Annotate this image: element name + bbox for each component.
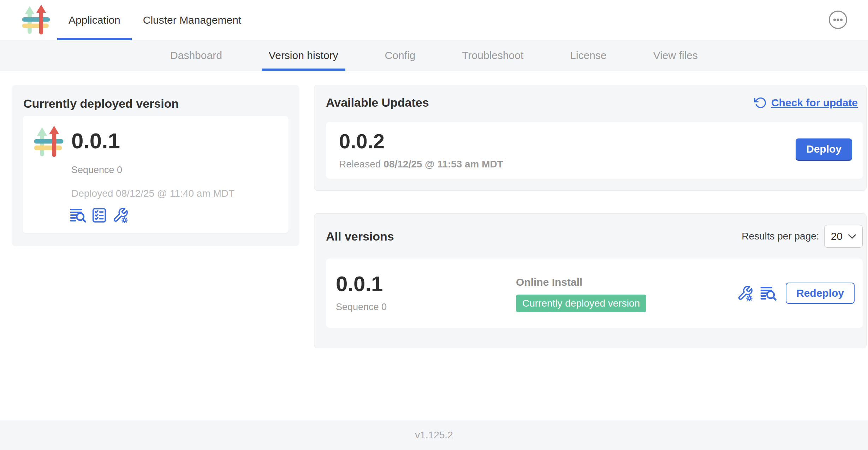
subnav-label: Dashboard [170, 49, 222, 61]
all-versions-title: All versions [326, 230, 394, 243]
released-label: Released [339, 159, 381, 170]
config-button[interactable] [112, 207, 129, 223]
subnav-label: View files [653, 49, 698, 61]
ellipsis-menu-icon [828, 10, 848, 29]
tab-cluster-management-label: Cluster Management [143, 14, 241, 26]
refresh-icon [754, 96, 767, 109]
subnav-item-version-history[interactable]: Version history [262, 40, 345, 71]
currently-deployed-panel: Currently deployed version 0.0.1 Sequenc… [12, 85, 299, 246]
top-nav: Application Cluster Management [0, 0, 868, 40]
subnav-item-troubleshoot[interactable]: Troubleshoot [455, 40, 530, 71]
redeploy-button[interactable]: Redeploy [786, 283, 855, 304]
app-logo-icon [32, 126, 65, 158]
subnav-item-dashboard[interactable]: Dashboard [163, 40, 229, 71]
chevron-down-icon [848, 234, 856, 239]
available-updates-header: Available Updates Check for update [314, 85, 866, 109]
release-logs-button[interactable] [760, 285, 777, 301]
subnav-item-view-files[interactable]: View files [646, 40, 705, 71]
row-sequence: Sequence 0 [336, 302, 387, 313]
app-logo-icon [20, 5, 52, 36]
results-per-page-value: 20 [831, 230, 843, 242]
deploy-button[interactable]: Deploy [796, 138, 852, 160]
release-logs-icon [70, 207, 86, 223]
row-actions: Redeploy [737, 283, 855, 304]
active-tab-underline [57, 38, 132, 40]
config-icon [112, 207, 129, 223]
tab-application[interactable]: Application [57, 0, 132, 40]
currently-deployed-badge: Currently deployed version [516, 295, 646, 312]
results-per-page-label: Results per page: [742, 231, 819, 242]
check-for-update-link[interactable]: Check for update [754, 96, 858, 109]
subnav-label: Troubleshoot [462, 49, 523, 61]
deployed-version-actions [70, 207, 129, 223]
overflow-menu-button[interactable] [828, 10, 848, 29]
subnav-label: Config [385, 49, 416, 61]
available-updates-panel: Available Updates Check for update 0.0.2… [314, 85, 867, 191]
deployed-timestamp: Deployed 08/12/25 @ 11:40 am MDT [71, 188, 234, 199]
app-sub-nav: Dashboard Version history Config Trouble… [0, 40, 868, 71]
row-status-block: Online Install Currently deployed versio… [516, 276, 646, 312]
active-subnav-underline [262, 69, 345, 71]
subnav-label: Version history [269, 49, 338, 61]
console-version: v1.125.2 [415, 430, 453, 441]
top-tab-bar: Application Cluster Management [57, 0, 252, 40]
page: Application Cluster Management Dashboard… [0, 0, 868, 450]
currently-deployed-title: Currently deployed version [23, 97, 179, 111]
available-updates-title: Available Updates [326, 96, 429, 109]
release-logs-icon [760, 285, 777, 301]
preflight-checks-icon [91, 207, 107, 223]
tab-cluster-management[interactable]: Cluster Management [132, 0, 252, 40]
results-per-page-select[interactable]: 20 [824, 225, 863, 248]
available-update-card: 0.0.2 Released08/12/25 @ 11:53 am MDT De… [326, 122, 863, 179]
subnav-label: License [570, 49, 606, 61]
preflight-checks-button[interactable] [91, 207, 107, 223]
version-row: 0.0.1 Sequence 0 Online Install Currentl… [326, 259, 863, 328]
check-for-update-label: Check for update [771, 97, 858, 109]
footer: v1.125.2 [0, 420, 868, 450]
results-per-page: Results per page: 20 [742, 225, 863, 248]
row-install-type: Online Install [516, 276, 646, 288]
deployed-version-card: 0.0.1 Sequence 0 Deployed 08/12/25 @ 11:… [23, 116, 289, 233]
deployed-sequence: Sequence 0 [71, 165, 122, 176]
subnav-item-license[interactable]: License [563, 40, 613, 71]
config-icon [737, 285, 753, 301]
release-logs-button[interactable] [70, 207, 86, 223]
all-versions-header: All versions Results per page: 20 [314, 214, 866, 248]
subnav-item-config[interactable]: Config [378, 40, 423, 71]
deployed-version-number: 0.0.1 [71, 130, 120, 152]
all-versions-panel: All versions Results per page: 20 0.0.1 … [314, 213, 867, 348]
tab-application-label: Application [69, 14, 120, 26]
released-timestamp: 08/12/25 @ 11:53 am MDT [384, 159, 503, 170]
row-version-number: 0.0.1 [336, 273, 383, 295]
config-button[interactable] [737, 285, 753, 301]
update-released-line: Released08/12/25 @ 11:53 am MDT [339, 159, 503, 170]
update-version-number: 0.0.2 [339, 131, 385, 152]
